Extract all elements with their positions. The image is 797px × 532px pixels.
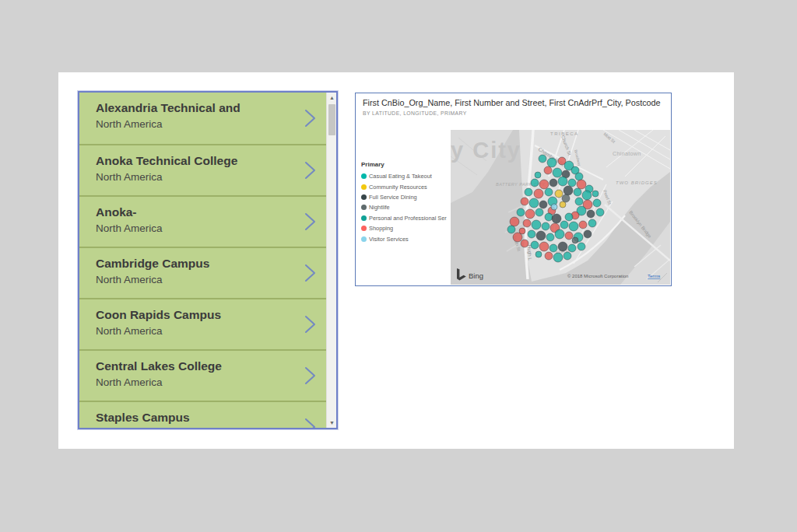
map-point[interactable] (575, 173, 583, 180)
map-point[interactable] (510, 217, 519, 226)
map-point[interactable] (562, 194, 570, 202)
map-point[interactable] (596, 208, 604, 216)
map-point[interactable] (542, 222, 549, 230)
legend-item[interactable]: Personal and Professional Ser... (361, 213, 449, 223)
map-point[interactable] (549, 179, 557, 187)
map-point[interactable] (545, 252, 553, 260)
legend-items: Casual Eating & Takeout Community Resour… (361, 171, 449, 244)
map-point[interactable] (549, 244, 557, 252)
map-point[interactable] (553, 168, 562, 177)
map-point[interactable] (551, 204, 557, 210)
legend-item[interactable]: Community Resources (361, 181, 449, 191)
campus-gallery: Alexandria Technical and North America A… (78, 91, 338, 429)
map-point[interactable] (577, 180, 586, 189)
map-point[interactable] (555, 190, 563, 198)
map-point[interactable] (568, 179, 576, 187)
map-point[interactable] (521, 198, 528, 205)
legend-item[interactable]: Shopping (361, 223, 449, 233)
legend-color-dot (361, 194, 367, 200)
scroll-up-icon[interactable]: ▲ (327, 93, 337, 103)
map-point[interactable] (545, 213, 553, 221)
legend-color-dot (361, 205, 367, 210)
map-point[interactable] (560, 221, 568, 229)
map-point[interactable] (531, 179, 539, 187)
terms-link[interactable]: Terms (648, 274, 660, 278)
map-point[interactable] (584, 230, 592, 238)
map-point[interactable] (545, 188, 553, 196)
map-point[interactable] (574, 188, 581, 196)
chevron-right-icon[interactable] (301, 262, 320, 284)
map-point[interactable] (525, 209, 535, 219)
map-point[interactable] (525, 188, 532, 196)
map-point[interactable] (547, 158, 556, 167)
map-point[interactable] (521, 240, 528, 247)
map-point[interactable] (531, 241, 539, 249)
chevron-right-icon[interactable] (301, 107, 320, 129)
map-point[interactable] (535, 208, 543, 216)
chevron-right-icon[interactable] (301, 365, 320, 387)
map-point[interactable] (560, 201, 566, 208)
map-point[interactable] (582, 191, 592, 200)
legend-item[interactable]: Nightlife (361, 202, 449, 212)
map-point[interactable] (546, 233, 554, 241)
legend-item[interactable]: Visitor Services (361, 233, 449, 243)
list-item[interactable]: Alexandria Technical and North America (79, 93, 326, 144)
map-point[interactable] (507, 226, 515, 233)
map-point[interactable] (558, 242, 567, 251)
chevron-right-icon[interactable] (301, 313, 320, 335)
map-point[interactable] (553, 253, 563, 262)
list-item[interactable]: Central Lakes College North America (79, 349, 326, 401)
map-point[interactable] (565, 232, 573, 240)
map-point[interactable] (535, 172, 541, 178)
scrollbar-thumb[interactable] (328, 104, 335, 135)
map-point[interactable] (552, 214, 561, 223)
map-point[interactable] (532, 220, 541, 229)
list-item[interactable]: Anoka Technical College North America (79, 144, 326, 195)
map-point[interactable] (528, 230, 535, 238)
map-point[interactable] (579, 221, 587, 229)
map-point[interactable] (564, 252, 571, 260)
chevron-right-icon[interactable] (301, 159, 320, 181)
scroll-down-icon[interactable]: ▼ (327, 418, 337, 428)
map-point[interactable] (558, 177, 567, 186)
list-item[interactable]: Coon Rapids Campus North America (79, 298, 326, 349)
map-point[interactable] (534, 189, 543, 198)
list-item[interactable]: Anoka- North America (79, 195, 326, 247)
map-point[interactable] (535, 251, 542, 257)
map-point[interactable] (536, 231, 546, 240)
map-point[interactable] (529, 198, 539, 208)
map-copyright: © 2018 Microsoft Corporation (567, 274, 628, 278)
map-point[interactable] (569, 222, 578, 231)
map-point[interactable] (539, 201, 547, 208)
map-point[interactable] (568, 244, 576, 252)
map-point[interactable] (593, 199, 601, 207)
map-point[interactable] (513, 233, 522, 242)
legend-color-dot (361, 173, 367, 179)
legend-item[interactable]: Full Service Dining (361, 192, 449, 202)
map-point[interactable] (592, 191, 599, 197)
map-point[interactable] (565, 213, 573, 221)
app-canvas: Alexandria Technical and North America A… (58, 72, 734, 449)
list-item-title: Central Lakes College (96, 358, 295, 375)
map-point[interactable] (523, 219, 531, 227)
map-point[interactable] (539, 155, 546, 163)
map-point[interactable] (555, 229, 564, 239)
legend-item[interactable]: Casual Eating & Takeout (361, 171, 449, 181)
map-point[interactable] (544, 166, 552, 174)
chevron-right-icon[interactable] (301, 416, 320, 428)
map-point[interactable] (564, 186, 573, 195)
bing-map[interactable]: y CityTRIBECAChambers StChurch StBroadwa… (451, 130, 670, 285)
map-point[interactable] (575, 198, 583, 205)
chevron-right-icon[interactable] (301, 211, 320, 233)
map-point[interactable] (539, 242, 549, 251)
map-point[interactable] (517, 208, 525, 216)
map-visual[interactable]: First CnBio_Org_Name, First Number and S… (355, 93, 672, 286)
map-point[interactable] (587, 210, 595, 218)
list-item[interactable]: Staples Campus (79, 401, 326, 428)
map-point[interactable] (572, 237, 578, 243)
map-point[interactable] (578, 243, 585, 250)
gallery-scrollbar[interactable]: ▲ ▼ (326, 93, 336, 428)
map-point[interactable] (588, 219, 596, 227)
list-item[interactable]: Cambridge Campus North America (79, 247, 326, 298)
map-point[interactable] (539, 180, 549, 189)
